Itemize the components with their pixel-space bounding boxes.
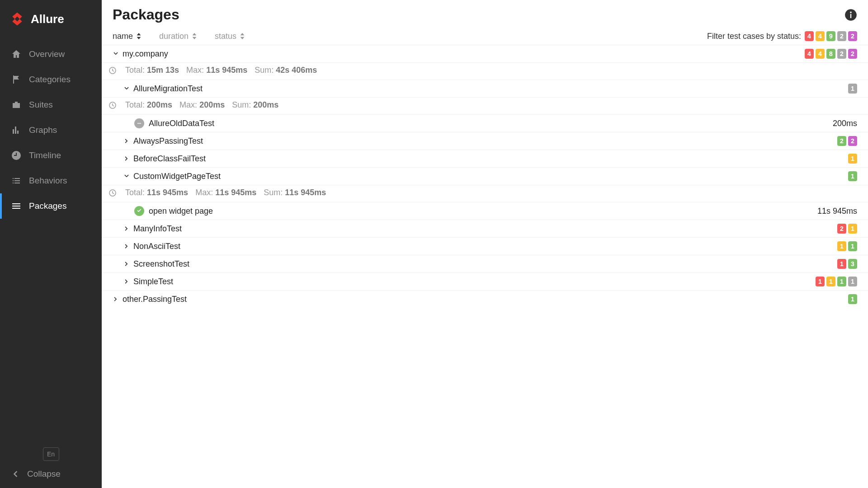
page-title: Packages bbox=[113, 6, 179, 23]
chevron-down-icon[interactable] bbox=[123, 173, 130, 179]
node-label: ManyInfoTest bbox=[133, 224, 182, 234]
test-label: AllureOldDataTest bbox=[149, 119, 214, 128]
header: Packages bbox=[102, 0, 868, 28]
sort-by-duration[interactable]: duration bbox=[159, 32, 197, 41]
node-label: SimpleTest bbox=[133, 277, 173, 286]
tree-node-many-info[interactable]: ManyInfoTest 2 1 bbox=[102, 220, 868, 238]
tree: my.company 4 4 8 2 2 Total: 15m 13s Max:… bbox=[102, 45, 868, 308]
test-label: open widget page bbox=[149, 206, 213, 216]
nav-overview[interactable]: Overview bbox=[0, 42, 102, 67]
tree-node-before-class-fail[interactable]: BeforeClassFailTest 1 bbox=[102, 150, 868, 168]
count-unknown: 1 bbox=[848, 84, 857, 94]
language-selector[interactable]: En bbox=[43, 447, 59, 461]
filter-failed-badge[interactable]: 4 bbox=[805, 31, 814, 41]
nav-graphs-label: Graphs bbox=[29, 125, 57, 135]
clock-icon bbox=[109, 67, 116, 74]
chevron-right-icon[interactable] bbox=[123, 138, 130, 144]
clock-icon bbox=[109, 189, 116, 197]
count-broken: 1 bbox=[837, 241, 846, 251]
node-label: BeforeClassFailTest bbox=[133, 154, 206, 164]
tree-node-other-passing[interactable]: other.PassingTest 1 bbox=[102, 291, 868, 308]
chevron-right-icon[interactable] bbox=[123, 243, 130, 249]
node-label: other.PassingTest bbox=[123, 295, 187, 304]
test-open-widget[interactable]: open widget page 11s 945ms bbox=[102, 202, 868, 220]
filter-broken-badge[interactable]: 4 bbox=[816, 31, 825, 41]
count-broken: 1 bbox=[848, 224, 857, 234]
chevron-down-icon[interactable] bbox=[113, 51, 119, 57]
count-unknown: 2 bbox=[848, 136, 857, 146]
node-label: AllureMigrationTest bbox=[133, 84, 203, 94]
chevron-right-icon[interactable] bbox=[123, 155, 130, 162]
info-icon[interactable] bbox=[844, 9, 857, 21]
count-passed: 1 bbox=[837, 277, 846, 286]
sort-icon bbox=[240, 33, 245, 39]
sort-icon bbox=[137, 33, 141, 39]
nav-timeline[interactable]: Timeline bbox=[0, 143, 102, 168]
count-failed: 4 bbox=[805, 49, 814, 59]
test-duration: 11s 945ms bbox=[817, 206, 857, 216]
stats-custom-widget: Total: 11s 945ms Max: 11s 945ms Sum: 11s… bbox=[102, 185, 868, 202]
test-duration: 200ms bbox=[833, 119, 857, 128]
language-code: En bbox=[47, 450, 55, 458]
stats-my-company: Total: 15m 13s Max: 11s 945ms Sum: 42s 4… bbox=[102, 63, 868, 80]
chevron-left-icon bbox=[11, 469, 20, 479]
node-label: CustomWidgetPageTest bbox=[133, 172, 221, 181]
clock-icon bbox=[109, 102, 116, 109]
allure-logo-icon bbox=[9, 11, 25, 27]
chevron-right-icon[interactable] bbox=[123, 261, 130, 267]
flag-icon bbox=[11, 74, 22, 85]
sort-status-label: status bbox=[215, 32, 236, 41]
packages-icon bbox=[11, 201, 22, 211]
count-passed: 8 bbox=[826, 49, 835, 59]
test-allure-old-data[interactable]: AllureOldDataTest 200ms bbox=[102, 115, 868, 132]
filter-unknown-badge[interactable]: 2 bbox=[848, 31, 857, 41]
sort-name-label: name bbox=[113, 32, 133, 41]
filter-label: Filter test cases by status: bbox=[707, 32, 801, 41]
count-broken: 1 bbox=[848, 154, 857, 164]
clock-icon bbox=[11, 150, 22, 161]
filter-passed-badge[interactable]: 9 bbox=[826, 31, 835, 41]
tree-node-simple[interactable]: SimpleTest 1 1 1 1 bbox=[102, 273, 868, 291]
tree-node-custom-widget[interactable]: CustomWidgetPageTest 1 bbox=[102, 168, 868, 185]
tree-node-always-passing[interactable]: AlwaysPassingTest 2 2 bbox=[102, 132, 868, 150]
filter-skipped-badge[interactable]: 2 bbox=[837, 31, 846, 41]
tree-node-screenshot[interactable]: ScreenshotTest 1 3 bbox=[102, 255, 868, 273]
count-unknown: 1 bbox=[848, 277, 857, 286]
sort-by-status[interactable]: status bbox=[215, 32, 245, 41]
count-passed: 1 bbox=[848, 171, 857, 181]
nav: Overview Categories Suites Graphs Timeli… bbox=[0, 42, 102, 438]
sort-icon bbox=[192, 33, 197, 39]
nav-suites-label: Suites bbox=[29, 100, 53, 110]
tree-node-allure-migration[interactable]: AllureMigrationTest 1 bbox=[102, 80, 868, 98]
nav-behaviors[interactable]: Behaviors bbox=[0, 168, 102, 193]
bars-icon bbox=[11, 125, 22, 136]
list-icon bbox=[11, 175, 22, 186]
count-unknown: 2 bbox=[848, 49, 857, 59]
chevron-right-icon[interactable] bbox=[123, 225, 130, 232]
collapse-sidebar[interactable]: Collapse bbox=[11, 469, 91, 479]
sort-by-name[interactable]: name bbox=[113, 32, 141, 41]
filter-badges: 4 4 9 2 2 bbox=[805, 31, 857, 41]
nav-categories[interactable]: Categories bbox=[0, 67, 102, 92]
nav-packages[interactable]: Packages bbox=[0, 193, 102, 219]
collapse-label: Collapse bbox=[27, 469, 61, 479]
nav-packages-label: Packages bbox=[29, 201, 66, 211]
count-broken: 1 bbox=[826, 277, 835, 286]
nav-timeline-label: Timeline bbox=[29, 150, 61, 160]
tree-node-non-ascii[interactable]: NonAsciiTest 1 1 bbox=[102, 238, 868, 255]
count-passed: 3 bbox=[848, 259, 857, 269]
count-passed: 2 bbox=[837, 136, 846, 146]
sorter-row: name duration status Filter test cases b… bbox=[102, 28, 868, 45]
suitcase-icon bbox=[11, 99, 22, 110]
tree-node-my-company[interactable]: my.company 4 4 8 2 2 bbox=[102, 45, 868, 63]
chevron-down-icon[interactable] bbox=[123, 85, 130, 92]
count-skipped: 2 bbox=[837, 49, 846, 59]
nav-overview-label: Overview bbox=[29, 49, 65, 59]
node-label: ScreenshotTest bbox=[133, 259, 189, 269]
nav-suites[interactable]: Suites bbox=[0, 92, 102, 117]
nav-graphs[interactable]: Graphs bbox=[0, 117, 102, 143]
home-icon bbox=[11, 49, 22, 60]
chevron-right-icon[interactable] bbox=[123, 278, 130, 285]
node-label: NonAsciiTest bbox=[133, 242, 180, 251]
chevron-right-icon[interactable] bbox=[113, 296, 119, 302]
